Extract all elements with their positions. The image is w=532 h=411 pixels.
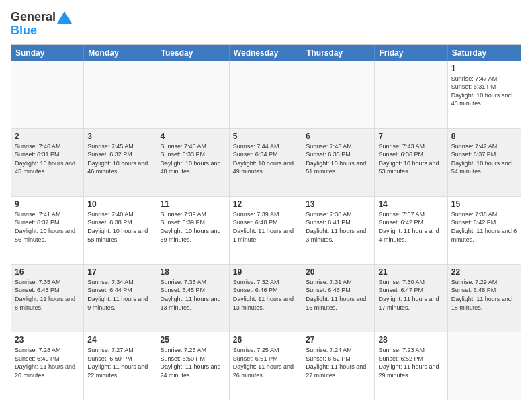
day-number: 13 xyxy=(306,199,371,209)
day-number: 7 xyxy=(378,132,443,141)
logo-blue: Blue xyxy=(11,24,72,38)
cal-cell: 21Sunrise: 7:30 AM Sunset: 6:47 PM Dayli… xyxy=(375,265,447,332)
cal-cell: 27Sunrise: 7:24 AM Sunset: 6:52 PM Dayli… xyxy=(302,332,375,400)
cal-cell: 6Sunrise: 7:43 AM Sunset: 6:35 PM Daylig… xyxy=(302,129,375,196)
cell-info: Sunrise: 7:44 AM Sunset: 6:34 PM Dayligh… xyxy=(233,142,298,176)
day-number: 28 xyxy=(378,335,443,345)
cal-cell xyxy=(84,61,157,128)
cal-cell: 10Sunrise: 7:40 AM Sunset: 6:38 PM Dayli… xyxy=(84,197,157,264)
cell-info: Sunrise: 7:28 AM Sunset: 6:49 PM Dayligh… xyxy=(15,346,80,379)
cal-cell: 15Sunrise: 7:36 AM Sunset: 6:42 PM Dayli… xyxy=(448,197,521,264)
day-number: 3 xyxy=(87,132,152,141)
cal-cell: 17Sunrise: 7:34 AM Sunset: 6:44 PM Dayli… xyxy=(84,265,157,332)
day-number: 25 xyxy=(161,335,226,345)
day-number: 5 xyxy=(233,132,298,141)
day-number: 9 xyxy=(15,199,80,209)
cell-info: Sunrise: 7:38 AM Sunset: 6:41 PM Dayligh… xyxy=(306,210,371,244)
cell-info: Sunrise: 7:34 AM Sunset: 6:44 PM Dayligh… xyxy=(87,278,152,312)
cal-cell: 20Sunrise: 7:31 AM Sunset: 6:46 PM Dayli… xyxy=(302,265,375,332)
day-number: 19 xyxy=(233,267,298,277)
day-number: 11 xyxy=(161,199,226,209)
cell-info: Sunrise: 7:31 AM Sunset: 6:46 PM Dayligh… xyxy=(306,278,371,312)
day-number: 17 xyxy=(87,267,152,277)
cal-cell: 22Sunrise: 7:29 AM Sunset: 6:48 PM Dayli… xyxy=(448,265,521,332)
cell-info: Sunrise: 7:32 AM Sunset: 6:46 PM Dayligh… xyxy=(233,278,298,312)
logo-text: General xyxy=(11,11,72,24)
cal-cell: 26Sunrise: 7:25 AM Sunset: 6:51 PM Dayli… xyxy=(230,332,302,400)
cal-cell xyxy=(375,61,447,128)
cell-info: Sunrise: 7:39 AM Sunset: 6:40 PM Dayligh… xyxy=(233,210,298,244)
cal-cell: 12Sunrise: 7:39 AM Sunset: 6:40 PM Dayli… xyxy=(230,197,302,264)
cell-info: Sunrise: 7:26 AM Sunset: 6:50 PM Dayligh… xyxy=(161,346,226,379)
day-number: 20 xyxy=(306,267,371,277)
svg-marker-0 xyxy=(57,11,72,24)
logo: General Blue xyxy=(11,11,72,38)
cal-cell xyxy=(302,61,375,128)
cal-cell: 7Sunrise: 7:43 AM Sunset: 6:36 PM Daylig… xyxy=(375,129,447,196)
page: General Blue SundayMondayTuesdayWednesda… xyxy=(0,0,532,411)
day-number: 16 xyxy=(15,267,80,277)
day-header-friday: Friday xyxy=(375,45,447,61)
day-number: 14 xyxy=(378,199,443,209)
cell-info: Sunrise: 7:37 AM Sunset: 6:42 PM Dayligh… xyxy=(378,210,443,244)
day-header-sunday: Sunday xyxy=(11,45,84,61)
day-header-thursday: Thursday xyxy=(302,45,375,61)
cell-info: Sunrise: 7:45 AM Sunset: 6:33 PM Dayligh… xyxy=(161,142,226,176)
day-number: 27 xyxy=(306,335,371,345)
cell-info: Sunrise: 7:25 AM Sunset: 6:51 PM Dayligh… xyxy=(233,346,298,379)
day-header-monday: Monday xyxy=(84,45,157,61)
calendar: SundayMondayTuesdayWednesdayThursdayFrid… xyxy=(11,44,521,400)
day-number: 6 xyxy=(306,132,371,141)
cell-info: Sunrise: 7:23 AM Sunset: 6:52 PM Dayligh… xyxy=(378,346,443,379)
cal-cell: 1Sunrise: 7:47 AM Sunset: 6:31 PM Daylig… xyxy=(448,61,521,128)
cal-cell: 23Sunrise: 7:28 AM Sunset: 6:49 PM Dayli… xyxy=(11,332,84,400)
cal-cell: 16Sunrise: 7:35 AM Sunset: 6:43 PM Dayli… xyxy=(11,265,84,332)
cell-info: Sunrise: 7:24 AM Sunset: 6:52 PM Dayligh… xyxy=(306,346,371,379)
day-number: 12 xyxy=(233,199,298,209)
cal-cell: 19Sunrise: 7:32 AM Sunset: 6:46 PM Dayli… xyxy=(230,265,302,332)
week-row-2: 2Sunrise: 7:46 AM Sunset: 6:31 PM Daylig… xyxy=(11,129,521,197)
day-number: 23 xyxy=(15,335,80,345)
day-number: 24 xyxy=(87,335,152,345)
cell-info: Sunrise: 7:36 AM Sunset: 6:42 PM Dayligh… xyxy=(451,210,517,244)
cell-info: Sunrise: 7:35 AM Sunset: 6:43 PM Dayligh… xyxy=(15,278,80,312)
cell-info: Sunrise: 7:43 AM Sunset: 6:36 PM Dayligh… xyxy=(378,142,443,176)
day-number: 22 xyxy=(451,267,517,277)
day-header-saturday: Saturday xyxy=(448,45,521,61)
day-number: 21 xyxy=(378,267,443,277)
week-row-3: 9Sunrise: 7:41 AM Sunset: 6:37 PM Daylig… xyxy=(11,197,521,265)
cell-info: Sunrise: 7:29 AM Sunset: 6:48 PM Dayligh… xyxy=(451,278,517,312)
cal-cell xyxy=(157,61,230,128)
week-row-5: 23Sunrise: 7:28 AM Sunset: 6:49 PM Dayli… xyxy=(11,332,521,400)
day-number: 2 xyxy=(15,132,80,141)
day-number: 8 xyxy=(451,132,517,141)
day-number: 4 xyxy=(161,132,226,141)
cal-cell xyxy=(11,61,84,128)
cell-info: Sunrise: 7:45 AM Sunset: 6:32 PM Dayligh… xyxy=(87,142,152,176)
cal-cell: 8Sunrise: 7:42 AM Sunset: 6:37 PM Daylig… xyxy=(448,129,521,196)
cal-cell: 4Sunrise: 7:45 AM Sunset: 6:33 PM Daylig… xyxy=(157,129,230,196)
day-number: 10 xyxy=(87,199,152,209)
day-header-tuesday: Tuesday xyxy=(157,45,230,61)
cell-info: Sunrise: 7:30 AM Sunset: 6:47 PM Dayligh… xyxy=(378,278,443,312)
cal-cell: 11Sunrise: 7:39 AM Sunset: 6:39 PM Dayli… xyxy=(157,197,230,264)
cal-cell xyxy=(230,61,302,128)
cal-cell: 5Sunrise: 7:44 AM Sunset: 6:34 PM Daylig… xyxy=(230,129,302,196)
day-number: 18 xyxy=(161,267,226,277)
day-header-wednesday: Wednesday xyxy=(230,45,302,61)
logo-icon xyxy=(57,11,72,24)
header: General Blue xyxy=(11,11,521,38)
cal-cell: 2Sunrise: 7:46 AM Sunset: 6:31 PM Daylig… xyxy=(11,129,84,196)
week-row-4: 16Sunrise: 7:35 AM Sunset: 6:43 PM Dayli… xyxy=(11,265,521,332)
cell-info: Sunrise: 7:43 AM Sunset: 6:35 PM Dayligh… xyxy=(306,142,371,176)
calendar-header: SundayMondayTuesdayWednesdayThursdayFrid… xyxy=(11,45,521,61)
day-number: 15 xyxy=(451,199,517,209)
cal-cell: 25Sunrise: 7:26 AM Sunset: 6:50 PM Dayli… xyxy=(157,332,230,400)
cal-cell: 9Sunrise: 7:41 AM Sunset: 6:37 PM Daylig… xyxy=(11,197,84,264)
day-number: 1 xyxy=(451,64,517,73)
cell-info: Sunrise: 7:33 AM Sunset: 6:45 PM Dayligh… xyxy=(161,278,226,312)
cal-cell xyxy=(448,332,521,400)
cal-cell: 28Sunrise: 7:23 AM Sunset: 6:52 PM Dayli… xyxy=(375,332,447,400)
cell-info: Sunrise: 7:47 AM Sunset: 6:31 PM Dayligh… xyxy=(451,75,517,108)
cell-info: Sunrise: 7:27 AM Sunset: 6:50 PM Dayligh… xyxy=(87,346,152,379)
